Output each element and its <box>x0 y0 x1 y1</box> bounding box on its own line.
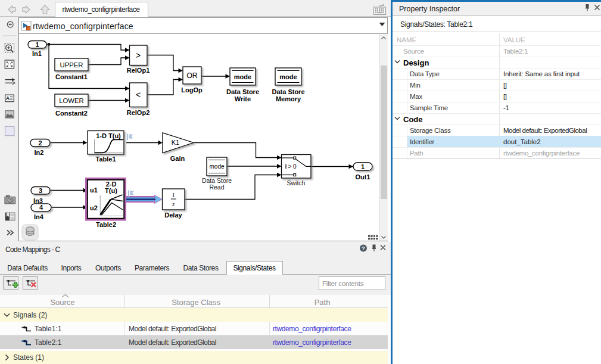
svg-text:Data Store: Data Store <box>272 88 304 95</box>
svg-text:mode: mode <box>279 73 297 80</box>
svg-text:A: A <box>6 95 10 101</box>
svg-text:UPPER: UPPER <box>60 61 83 69</box>
svg-text:mode: mode <box>209 163 224 170</box>
svg-text:>: > <box>136 51 141 60</box>
svg-text:OR: OR <box>186 71 198 80</box>
svg-text:Write: Write <box>235 95 251 102</box>
svg-text:3: 3 <box>39 187 42 194</box>
svg-text:4: 4 <box>39 204 43 211</box>
svg-text:Constant1: Constant1 <box>55 73 88 80</box>
svg-text:LogOp: LogOp <box>181 86 203 94</box>
svg-text:Table2: Table2 <box>96 221 116 228</box>
svg-text:Read: Read <box>209 183 224 191</box>
svg-text:RelOp1: RelOp1 <box>127 67 150 74</box>
svg-text:Table1: Table1 <box>95 155 116 163</box>
svg-text:Memory: Memory <box>276 95 301 102</box>
svg-text:LOWER: LOWER <box>59 97 83 104</box>
svg-text:Switch: Switch <box>287 179 306 186</box>
svg-text:Delay: Delay <box>164 211 182 219</box>
svg-text:Data Store: Data Store <box>226 88 259 95</box>
svg-text:1: 1 <box>361 163 365 170</box>
svg-text:T(u): T(u) <box>105 187 117 194</box>
svg-text:1: 1 <box>172 192 175 198</box>
svg-text:In4: In4 <box>34 213 44 220</box>
svg-text:RelOp2: RelOp2 <box>127 109 150 116</box>
svg-text:?: ? <box>362 245 365 251</box>
svg-text:In2: In2 <box>35 149 44 156</box>
svg-text:mode: mode <box>234 73 251 80</box>
svg-text:K1: K1 <box>172 139 179 146</box>
svg-text:> 0: > 0 <box>288 163 297 170</box>
svg-text:In3: In3 <box>33 197 43 204</box>
svg-text:Gain: Gain <box>170 155 185 162</box>
svg-text:u1: u1 <box>90 186 98 194</box>
svg-text:Out1: Out1 <box>355 173 370 181</box>
svg-text:<: < <box>136 90 141 99</box>
svg-text:Constant2: Constant2 <box>55 110 88 117</box>
svg-text:In1: In1 <box>32 50 42 57</box>
svg-text:z: z <box>172 201 175 207</box>
svg-text:2: 2 <box>38 139 42 147</box>
svg-text:1-D T(u): 1-D T(u) <box>96 132 121 139</box>
svg-text:u2: u2 <box>90 204 98 211</box>
svg-text:1: 1 <box>35 41 39 48</box>
